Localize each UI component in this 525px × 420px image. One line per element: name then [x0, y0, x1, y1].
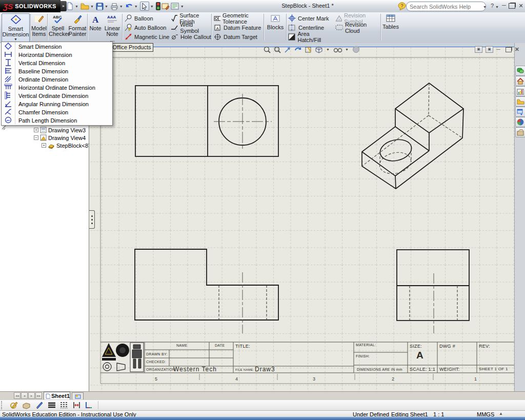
help-dropdown-arrow[interactable]: ▼	[495, 5, 499, 9]
auto-balloon-button[interactable]: Auto Balloon	[125, 23, 170, 32]
smart-dimension-flyout-arrow[interactable]: ▼	[2, 37, 29, 41]
zoom-to-area-icon[interactable]	[273, 46, 281, 54]
line-style-button[interactable]	[60, 402, 69, 409]
hide-show-items-icon[interactable]	[333, 46, 342, 53]
new-dropdown-arrow[interactable]: ▼	[75, 5, 78, 8]
open-button[interactable]	[80, 2, 89, 10]
print-dropdown-arrow[interactable]: ▼	[119, 5, 123, 8]
datum-feature-button[interactable]: A Datum Feature	[214, 23, 265, 32]
smart-dimension-button[interactable]: Smart Dimension ▼	[2, 13, 30, 43]
drawing-sheet[interactable]	[89, 43, 514, 391]
options-button[interactable]	[161, 3, 170, 10]
doc-restore-button[interactable]	[506, 47, 512, 52]
zoom-to-fit-icon[interactable]	[263, 46, 271, 54]
color-display-mode-button[interactable]	[85, 402, 93, 409]
add-sheet-tab[interactable]	[72, 392, 84, 399]
menu-item-ordinate-dimension[interactable]: Ordinate Dimension	[2, 75, 111, 84]
restore-button[interactable]	[509, 3, 515, 9]
open-dropdown-arrow[interactable]: ▼	[90, 5, 94, 8]
menu-item-vertical-dimension[interactable]: Vertical Dimension	[2, 59, 111, 67]
select-tool-button[interactable]	[140, 2, 149, 11]
task-pane-home-button[interactable]	[515, 76, 525, 86]
task-pane-custom-properties-button[interactable]	[515, 127, 525, 137]
menu-item-angular-running-dimension[interactable]: Angular Running Dimension	[2, 100, 111, 108]
center-mark-button[interactable]: Center Mark	[288, 14, 333, 23]
line-color-button[interactable]	[35, 401, 44, 409]
search-box[interactable]	[406, 2, 486, 11]
help-button[interactable]: ?	[489, 2, 496, 9]
task-pane-appearances-button[interactable]	[515, 117, 525, 127]
hide-show-edges-button[interactable]	[73, 402, 80, 409]
note-button[interactable]: A Note	[88, 14, 103, 31]
model-items-button[interactable]: Model Items	[31, 14, 47, 37]
pan-icon[interactable]	[284, 46, 292, 54]
tables-button[interactable]: Tables	[382, 14, 399, 30]
undo-dropdown-arrow[interactable]: ▼	[134, 5, 138, 8]
undo-button[interactable]	[125, 3, 133, 10]
search-dropdown-arrow[interactable]: ▼	[483, 5, 487, 9]
tab-office-products[interactable]: Office Products	[110, 43, 153, 52]
line-thickness-button[interactable]	[48, 402, 56, 409]
hole-callout-button[interactable]: Hole Callout	[171, 32, 212, 41]
view-orientation-dropdown-arrow[interactable]: ▼	[326, 48, 330, 51]
select-dropdown-arrow[interactable]: ▼	[150, 5, 154, 8]
format-painter-button[interactable]: Format Painter	[68, 14, 87, 37]
expand-icon[interactable]: +	[42, 143, 46, 148]
panel-splitter-handle[interactable]	[89, 210, 95, 229]
appearance-icon[interactable]	[352, 46, 360, 53]
linear-note-button[interactable]: AAA LinearNote ...	[104, 14, 121, 43]
tree-item-stepblock[interactable]: + StepBlock<87>	[42, 142, 95, 149]
spell-checker-button[interactable]: ABC Spell Checker	[49, 14, 67, 37]
task-pane-design-library-button[interactable]	[515, 86, 525, 96]
doc-minimize-button[interactable]: ─	[496, 47, 500, 52]
area-hatch-button[interactable]: Area Hatch/Fill	[288, 32, 333, 41]
print-button[interactable]	[110, 3, 118, 10]
menu-item-path-length-dimension[interactable]: Path Length Dimension	[2, 116, 111, 125]
menu-item-smart-dimension[interactable]: Smart Dimension	[2, 43, 111, 51]
first-sheet-button[interactable]: ◂◂	[14, 392, 21, 399]
menu-item-vertical-ordinate-dimension[interactable]: Vertical Ordinate Dimension	[2, 92, 111, 100]
task-pane-file-explorer-button[interactable]	[515, 96, 525, 107]
line-format-button[interactable]	[22, 402, 31, 409]
prev-sheet-button[interactable]: ◂	[21, 392, 28, 399]
toolbar-dropdown-arrow[interactable]: ▼	[180, 5, 184, 8]
task-pane-resources-button[interactable]	[515, 66, 525, 76]
menu-item-chamfer-dimension[interactable]: Chamfer Dimension	[2, 108, 111, 116]
save-button[interactable]	[96, 3, 104, 10]
last-sheet-button[interactable]: ▸▸	[35, 392, 42, 399]
layer-properties-button[interactable]	[9, 401, 18, 409]
toolbar-grip[interactable]	[1, 401, 5, 409]
display-style-icon[interactable]	[305, 46, 313, 54]
doc-tile-button[interactable]: ▣	[475, 46, 482, 53]
rebuild-button[interactable]	[156, 2, 160, 10]
new-document-button[interactable]	[66, 2, 74, 10]
menu-item-horizontal-ordinate-dimension[interactable]: Horizontal Ordinate Dimension	[2, 84, 111, 92]
hide-show-dropdown-arrow[interactable]: ▼	[345, 48, 349, 51]
task-pane-view-palette-button[interactable]	[515, 107, 525, 117]
minimize-button[interactable]: ─	[500, 2, 508, 9]
expand-icon[interactable]: +	[34, 128, 38, 132]
close-button[interactable]: ✕	[517, 2, 524, 9]
magnetic-line-button[interactable]: Magnetic Line	[125, 32, 170, 41]
menu-item-baseline-dimension[interactable]: Baseline Dimension	[2, 67, 111, 75]
view-orientation-icon[interactable]	[315, 46, 324, 54]
tab-sheet1[interactable]: Sheet1	[44, 392, 70, 399]
datum-target-button[interactable]: Datum Target	[214, 32, 265, 41]
rotate-view-icon[interactable]	[294, 46, 302, 54]
tree-item-drawing-view3[interactable]: + Drawing View3	[34, 126, 86, 134]
units-dropdown-arrow[interactable]: ▲	[499, 411, 503, 416]
collapse-icon[interactable]: −	[34, 135, 38, 140]
search-input[interactable]	[409, 3, 483, 10]
sheet-properties-button[interactable]	[171, 3, 179, 10]
doc-close-button[interactable]: ✕	[515, 47, 519, 52]
save-dropdown-arrow[interactable]: ▼	[105, 5, 108, 8]
tree-item-drawing-view4[interactable]: − Drawing View4	[34, 134, 86, 142]
weld-symbol-button[interactable]: Weld Symbol	[171, 23, 212, 32]
revision-cloud-button[interactable]: Revision Cloud	[335, 23, 380, 32]
blocks-button[interactable]: Blocks	[265, 14, 286, 30]
balloon-button[interactable]: Balloon	[125, 14, 170, 23]
menu-item-horizontal-dimension[interactable]: Horizontal Dimension	[2, 51, 111, 59]
next-sheet-button[interactable]: ▸	[28, 392, 35, 399]
geometric-tolerance-button[interactable]: Geometric Tolerance	[214, 14, 265, 23]
doc-cascade-button[interactable]: ▣	[486, 46, 493, 53]
